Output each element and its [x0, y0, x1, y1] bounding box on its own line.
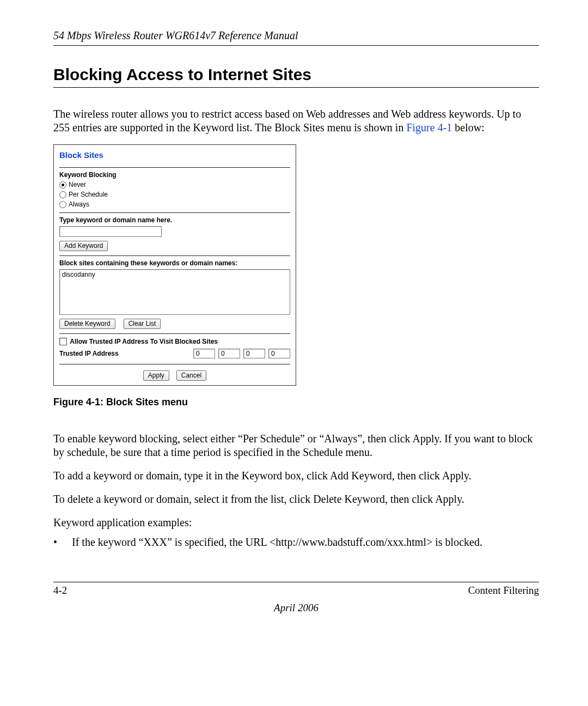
block-sites-screenshot: Block Sites Keyword Blocking Never Per S…	[53, 144, 296, 386]
bullet-item: • If the keyword “XXX” is specified, the…	[53, 535, 539, 549]
figure-caption: Figure 4-1: Block Sites menu	[53, 397, 539, 408]
footer-page-number: 4-2	[53, 585, 67, 597]
radio-per-schedule[interactable]	[59, 191, 66, 198]
radio-always[interactable]	[59, 201, 66, 208]
clear-list-button[interactable]: Clear List	[124, 319, 161, 329]
trusted-ip-octet-3[interactable]: 0	[243, 349, 265, 358]
divider	[59, 167, 290, 168]
type-keyword-label: Type keyword or domain name here.	[59, 216, 290, 224]
running-header: 54 Mbps Wireless Router WGR614v7 Referen…	[53, 29, 539, 42]
keyword-blocking-label: Keyword Blocking	[59, 171, 290, 179]
block-list-item[interactable]: discodanny	[62, 271, 287, 278]
footer-rule	[53, 582, 539, 582]
divider	[59, 255, 290, 256]
block-list-label: Block sites containing these keywords or…	[59, 259, 290, 267]
keyword-input[interactable]	[59, 226, 162, 237]
paragraph-examples-lead: Keyword application examples:	[53, 516, 539, 530]
cancel-button[interactable]: Cancel	[176, 370, 206, 381]
paragraph-delete: To delete a keyword or domain, select it…	[53, 492, 539, 506]
allow-trusted-checkbox[interactable]	[59, 338, 67, 345]
add-keyword-button[interactable]: Add Keyword	[59, 241, 108, 251]
panel-title: Block Sites	[59, 150, 290, 160]
block-list[interactable]: discodanny	[59, 269, 290, 315]
title-rule	[53, 87, 539, 88]
radio-per-schedule-row[interactable]: Per Schedule	[59, 190, 290, 199]
apply-button[interactable]: Apply	[143, 370, 169, 381]
trusted-ip-group: 0 0 0 0	[193, 349, 290, 358]
page-title: Blocking Access to Internet Sites	[53, 65, 539, 84]
intro-paragraph: The wireless router allows you to restri…	[53, 107, 539, 135]
paragraph-add: To add a keyword or domain, type it in t…	[53, 469, 539, 483]
header-rule	[53, 45, 539, 46]
paragraph-enable: To enable keyword blocking, select eithe…	[53, 432, 539, 459]
bullet-marker: •	[53, 535, 72, 549]
trusted-ip-octet-2[interactable]: 0	[218, 349, 240, 358]
divider	[59, 212, 290, 213]
footer-date: April 2006	[53, 602, 539, 614]
radio-never[interactable]	[59, 181, 66, 188]
radio-always-label: Always	[69, 199, 89, 209]
bullet-text: If the keyword “XXX” is specified, the U…	[72, 535, 539, 549]
radio-never-label: Never	[69, 180, 86, 190]
radio-per-schedule-label: Per Schedule	[69, 190, 108, 199]
allow-trusted-label: Allow Trusted IP Address To Visit Blocke…	[70, 338, 218, 345]
intro-text-after: below:	[452, 121, 484, 133]
radio-never-row[interactable]: Never	[59, 180, 290, 190]
trusted-ip-label: Trusted IP Address	[59, 350, 119, 357]
trusted-ip-octet-4[interactable]: 0	[268, 349, 290, 358]
trusted-ip-octet-1[interactable]: 0	[193, 349, 215, 358]
divider	[59, 333, 290, 334]
radio-always-row[interactable]: Always	[59, 199, 290, 209]
footer-section-name: Content Filtering	[468, 585, 539, 597]
delete-keyword-button[interactable]: Delete Keyword	[59, 319, 115, 329]
figure-reference-link[interactable]: Figure 4-1	[406, 121, 452, 133]
divider	[59, 364, 290, 364]
